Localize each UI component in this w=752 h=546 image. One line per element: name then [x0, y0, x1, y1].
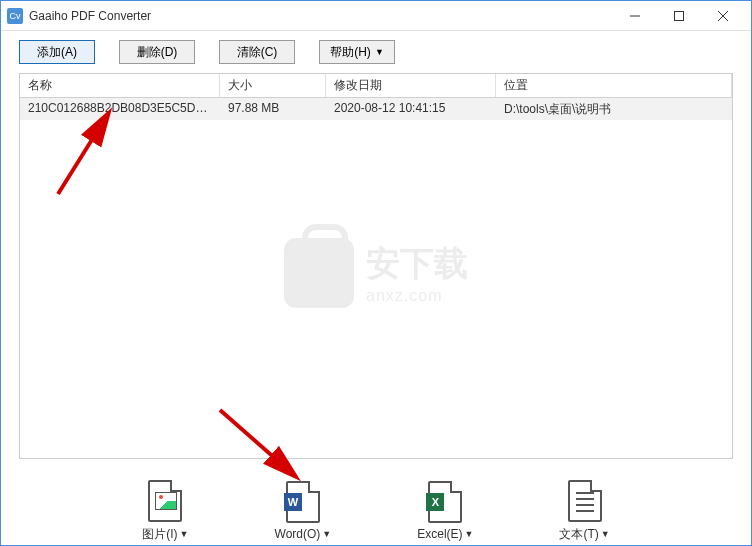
add-button[interactable]: 添加(A) — [19, 40, 95, 64]
cell-size: 97.88 MB — [220, 98, 326, 120]
text-file-icon — [568, 480, 602, 522]
column-header-location[interactable]: 位置 — [496, 74, 732, 97]
delete-button[interactable]: 删除(D) — [119, 40, 195, 64]
window-title: Gaaiho PDF Converter — [29, 9, 613, 23]
chevron-down-icon: ▼ — [601, 529, 610, 539]
chevron-down-icon: ▼ — [322, 529, 331, 539]
format-image-button[interactable]: 图片(I) ▼ — [142, 480, 188, 543]
format-excel-button[interactable]: X Excel(E) ▼ — [417, 481, 473, 541]
toolbar: 添加(A) 删除(D) 清除(C) 帮助(H) ▼ — [1, 31, 751, 73]
excel-file-icon: X — [428, 481, 462, 523]
maximize-button[interactable] — [657, 2, 701, 30]
column-header-date[interactable]: 修改日期 — [326, 74, 496, 97]
titlebar: Cv Gaaiho PDF Converter — [1, 1, 751, 31]
format-word-button[interactable]: W Word(O) ▼ — [275, 481, 332, 541]
clear-button[interactable]: 清除(C) — [219, 40, 295, 64]
app-window: Cv Gaaiho PDF Converter 添加(A) 删除(D) 清除(C… — [0, 0, 752, 546]
help-label: 帮助(H) — [330, 44, 371, 61]
svg-rect-1 — [675, 11, 684, 20]
format-text-button[interactable]: 文本(T) ▼ — [559, 480, 609, 543]
minimize-button[interactable] — [613, 2, 657, 30]
file-grid: 名称 大小 修改日期 位置 210C012688B2DB08D3E5C5D2E.… — [19, 73, 733, 459]
format-word-label: Word(O) — [275, 527, 321, 541]
close-button[interactable] — [701, 2, 745, 30]
window-controls — [613, 2, 745, 30]
app-icon: Cv — [7, 8, 23, 24]
cell-date: 2020-08-12 10:41:15 — [326, 98, 496, 120]
grid-body: 210C012688B2DB08D3E5C5D2E... 97.88 MB 20… — [20, 98, 732, 458]
image-file-icon — [148, 480, 182, 522]
cell-location: D:\tools\桌面\说明书 — [496, 98, 732, 120]
cell-name: 210C012688B2DB08D3E5C5D2E... — [20, 98, 220, 120]
column-header-name[interactable]: 名称 — [20, 74, 220, 97]
table-row[interactable]: 210C012688B2DB08D3E5C5D2E... 97.88 MB 20… — [20, 98, 732, 120]
chevron-down-icon: ▼ — [375, 47, 384, 57]
content-area: 名称 大小 修改日期 位置 210C012688B2DB08D3E5C5D2E.… — [1, 73, 751, 471]
help-button[interactable]: 帮助(H) ▼ — [319, 40, 395, 64]
format-image-label: 图片(I) — [142, 526, 177, 543]
chevron-down-icon: ▼ — [180, 529, 189, 539]
chevron-down-icon: ▼ — [465, 529, 474, 539]
format-text-label: 文本(T) — [559, 526, 598, 543]
column-header-size[interactable]: 大小 — [220, 74, 326, 97]
format-excel-label: Excel(E) — [417, 527, 462, 541]
grid-header: 名称 大小 修改日期 位置 — [20, 74, 732, 98]
word-file-icon: W — [286, 481, 320, 523]
format-footer: 图片(I) ▼ W Word(O) ▼ X Excel(E) ▼ — [1, 471, 751, 545]
